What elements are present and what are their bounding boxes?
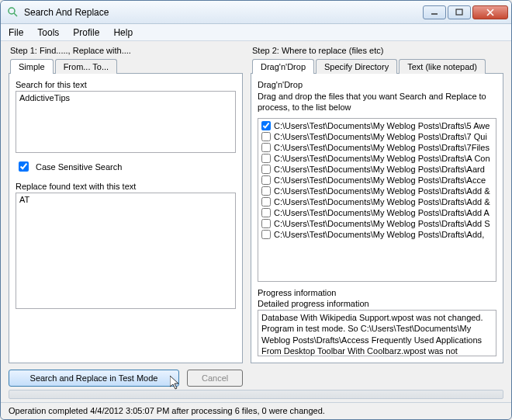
case-sensitive-row[interactable]: Case Sensitive Search — [16, 159, 236, 174]
search-replace-button[interactable]: Search and Replace in Test Mode — [9, 370, 179, 387]
progress-detail-box[interactable]: Database With Wikipedia Support.wpost wa… — [258, 310, 496, 356]
titlebar[interactable]: Search And Replace — [1, 1, 511, 24]
menubar: File Tools Profile Help — [1, 24, 511, 41]
file-path: C:\Users\Test\Documents\My Weblog Posts\… — [274, 132, 487, 141]
content-area: Step 1: Find....., Replace with.... Simp… — [1, 41, 511, 402]
file-checkbox[interactable] — [261, 165, 271, 174]
file-list[interactable]: C:\Users\Test\Documents\My Weblog Posts\… — [258, 118, 496, 282]
list-item[interactable]: C:\Users\Test\Documents\My Weblog Posts\… — [258, 229, 496, 240]
case-sensitive-label: Case Sensitive Search — [36, 162, 122, 172]
file-path: C:\Users\Test\Documents\My Weblog Posts\… — [274, 186, 490, 196]
search-label: Search for this text — [16, 80, 236, 89]
list-item[interactable]: C:\Users\Test\Documents\My Weblog Posts\… — [258, 196, 496, 207]
menu-help[interactable]: Help — [113, 27, 133, 38]
step2-column: Step 2: Where to replace (files etc) Dra… — [251, 44, 503, 363]
step1-panel: Search for this text Case Sensitive Sear… — [9, 73, 243, 363]
menu-file[interactable]: File — [9, 27, 23, 38]
file-checkbox[interactable] — [261, 219, 271, 228]
file-checkbox[interactable] — [261, 154, 271, 163]
tab-from-to[interactable]: From... To... — [55, 59, 117, 74]
close-button[interactable] — [472, 5, 508, 19]
file-checkbox[interactable] — [261, 121, 271, 130]
list-item[interactable]: C:\Users\Test\Documents\My Weblog Posts\… — [258, 186, 496, 196]
file-path: C:\Users\Test\Documents\My Weblog Posts\… — [274, 230, 484, 239]
file-path: C:\Users\Test\Documents\My Weblog Posts\… — [274, 219, 490, 228]
file-path: C:\Users\Test\Documents\My Weblog Posts\… — [274, 208, 490, 217]
app-icon — [7, 6, 19, 19]
progress-bar — [9, 390, 503, 399]
step2-panel: Drag'n'Drop Drag and drop the files that… — [251, 73, 503, 363]
svg-rect-3 — [456, 9, 462, 15]
maximize-button[interactable] — [448, 5, 471, 19]
dragdrop-title: Drag'n'Drop — [258, 80, 496, 89]
svg-point-0 — [9, 8, 15, 14]
file-checkbox[interactable] — [261, 197, 271, 207]
list-item[interactable]: C:\Users\Test\Documents\My Weblog Posts\… — [258, 131, 496, 142]
file-path: C:\Users\Test\Documents\My Weblog Posts\… — [274, 175, 486, 185]
list-item[interactable]: C:\Users\Test\Documents\My Weblog Posts\… — [258, 120, 496, 131]
step1-column: Step 1: Find....., Replace with.... Simp… — [9, 44, 243, 363]
file-checkbox[interactable] — [261, 175, 271, 185]
list-item[interactable]: C:\Users\Test\Documents\My Weblog Posts\… — [258, 153, 496, 164]
file-checkbox[interactable] — [261, 132, 271, 141]
file-checkbox[interactable] — [261, 143, 271, 152]
tab-simple[interactable]: Simple — [10, 59, 54, 74]
file-checkbox[interactable] — [261, 208, 271, 217]
file-checkbox[interactable] — [261, 186, 271, 196]
file-path: C:\Users\Test\Documents\My Weblog Posts\… — [274, 197, 490, 207]
progress-detail-label: Detailed progress information — [258, 299, 496, 308]
tab-specify-directory[interactable]: Specify Directory — [316, 59, 397, 74]
search-input[interactable] — [16, 91, 236, 153]
status-text: Operation completed 4/4/2012 3:05:07 PM … — [9, 406, 325, 415]
window-title: Search And Replace — [24, 7, 423, 18]
list-item[interactable]: C:\Users\Test\Documents\My Weblog Posts\… — [258, 175, 496, 186]
menu-profile[interactable]: Profile — [73, 27, 99, 38]
replace-input[interactable] — [16, 193, 236, 309]
file-path: C:\Users\Test\Documents\My Weblog Posts\… — [274, 121, 490, 130]
case-sensitive-checkbox[interactable] — [19, 161, 29, 172]
dragdrop-instruction: Drag and drop the files that you want Se… — [258, 91, 496, 113]
cancel-button[interactable]: Cancel — [187, 370, 243, 387]
svg-line-1 — [14, 13, 17, 16]
file-path: C:\Users\Test\Documents\My Weblog Posts\… — [274, 154, 490, 163]
app-window: Search And Replace File Tools Profile He… — [0, 0, 512, 420]
status-bar: Operation completed 4/4/2012 3:05:07 PM … — [1, 402, 511, 419]
menu-tools[interactable]: Tools — [37, 27, 59, 38]
file-path: C:\Users\Test\Documents\My Weblog Posts\… — [274, 143, 490, 152]
list-item[interactable]: C:\Users\Test\Documents\My Weblog Posts\… — [258, 142, 496, 153]
list-item[interactable]: C:\Users\Test\Documents\My Weblog Posts\… — [258, 164, 496, 175]
replace-label: Replace found text with this text — [16, 182, 236, 191]
file-path: C:\Users\Test\Documents\My Weblog Posts\… — [274, 165, 485, 174]
step2-label: Step 2: Where to replace (files etc) — [252, 46, 503, 55]
minimize-button[interactable] — [423, 5, 446, 19]
button-row: Search and Replace in Test Mode Cancel — [9, 370, 503, 387]
file-checkbox[interactable] — [261, 230, 271, 239]
tab-text-notepad[interactable]: Text (like notepad) — [399, 59, 486, 74]
tab-dragdrop[interactable]: Drag'n'Drop — [252, 59, 314, 74]
progress-title: Progress information — [258, 288, 496, 297]
list-item[interactable]: C:\Users\Test\Documents\My Weblog Posts\… — [258, 207, 496, 218]
step1-label: Step 1: Find....., Replace with.... — [10, 46, 243, 55]
list-item[interactable]: C:\Users\Test\Documents\My Weblog Posts\… — [258, 218, 496, 229]
